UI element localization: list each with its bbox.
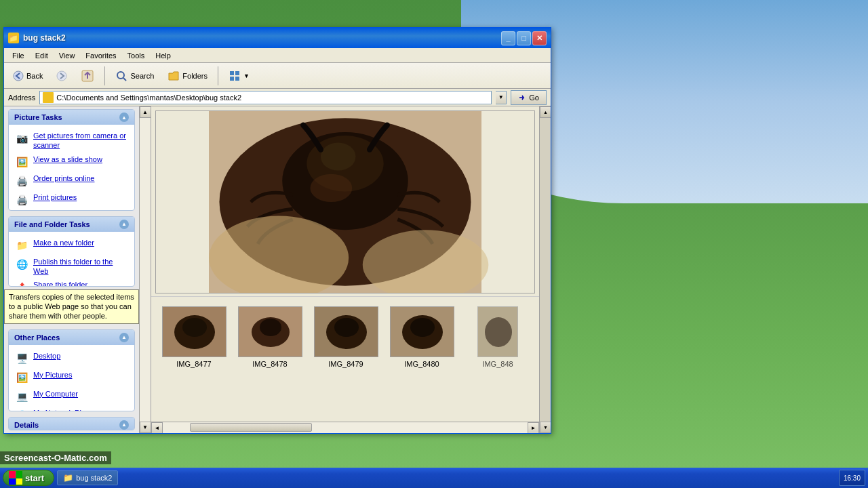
task-order-prints-label: Order prints online <box>33 174 95 183</box>
task-new-folder[interactable]: 📁 Make a new folder <box>12 236 132 255</box>
hscroll-right-arrow[interactable]: ► <box>528 422 539 434</box>
picture-tasks-title: Picture Tasks <box>14 113 62 121</box>
thumbnail-3[interactable]: IMG_8480 <box>384 302 459 422</box>
other-places-title: Other Places <box>14 333 60 342</box>
picture-tasks-section: Picture Tasks ▲ 📷 Get pictures from came… <box>8 109 135 211</box>
task-share-folder[interactable]: 📤 Share this folder <box>12 278 132 286</box>
search-icon <box>115 70 127 82</box>
go-button[interactable]: Go <box>511 90 547 105</box>
svg-rect-6 <box>235 71 239 75</box>
other-places-chevron[interactable]: ▲ <box>119 333 129 342</box>
file-folder-chevron[interactable]: ▲ <box>119 220 129 229</box>
up-button[interactable] <box>75 67 100 85</box>
menu-view[interactable]: View <box>54 50 81 61</box>
file-folder-header[interactable]: File and Folder Tasks ▲ <box>9 217 134 232</box>
taskbar-window-item[interactable]: 📁 bug stack2 <box>57 470 118 485</box>
print-icon: 🖨️ <box>14 192 29 207</box>
back-button[interactable]: Back <box>7 68 49 83</box>
share-folder-icon: 📤 <box>14 280 29 286</box>
network-icon: 🌐 <box>14 408 29 411</box>
maximize-button[interactable]: □ <box>517 31 531 45</box>
forward-button[interactable] <box>50 68 73 83</box>
go-arrow-icon <box>518 94 526 102</box>
other-places-header[interactable]: Other Places ▲ <box>9 330 134 345</box>
preview-area: IMG_8477 IMG_8478 <box>151 106 539 433</box>
address-dropdown-button[interactable]: ▼ <box>496 91 507 104</box>
place-network-label: My Network Places <box>33 408 97 411</box>
back-icon <box>13 70 24 81</box>
folders-icon <box>167 70 180 82</box>
vscroll-track[interactable] <box>540 118 551 422</box>
hscroll-thumb[interactable] <box>190 423 312 432</box>
menu-edit[interactable]: Edit <box>30 50 54 61</box>
hscroll-track[interactable] <box>163 422 528 434</box>
task-get-pictures[interactable]: 📷 Get pictures from camera or scanner <box>12 129 132 152</box>
thumb-img-3 <box>390 306 454 357</box>
thumb-label-2: IMG_8479 <box>328 360 363 368</box>
hscroll-left-arrow[interactable]: ◄ <box>151 422 163 434</box>
minimize-button[interactable]: _ <box>501 31 515 45</box>
place-my-pictures[interactable]: 🖼️ My Pictures <box>12 368 132 387</box>
bottom-scrollbar: ◄ ► <box>151 422 539 433</box>
scroll-up-arrow[interactable]: ▲ <box>140 106 151 118</box>
watermark: Screencast-O-Matic.com <box>0 451 111 464</box>
toolbar-separator-2 <box>218 66 218 85</box>
svg-point-28 <box>410 318 435 337</box>
details-chevron[interactable]: ▲ <box>119 420 129 430</box>
toolbar: Back Search Folders <box>4 63 551 89</box>
task-publish-web[interactable]: 🌐 Publish this folder to the Web <box>12 255 132 279</box>
search-button[interactable]: Search <box>109 68 160 84</box>
right-scrollbar: ▲ ▼ <box>539 106 551 433</box>
vscroll-up-arrow[interactable]: ▲ <box>540 106 551 118</box>
thumbnail-0[interactable]: IMG_8477 <box>157 302 231 422</box>
svg-point-25 <box>334 318 359 337</box>
picture-tasks-header[interactable]: Picture Tasks ▲ <box>9 110 134 125</box>
task-share-label: Share this folder <box>33 280 87 286</box>
place-my-pictures-label: My Pictures <box>33 370 72 380</box>
svg-point-13 <box>321 142 356 170</box>
thumb-img-1 <box>238 306 302 357</box>
task-order-prints[interactable]: 🖨️ Order prints online <box>12 171 132 190</box>
scroll-down-arrow[interactable]: ▼ <box>140 422 151 433</box>
titlebar: 📁 bug stack2 _ □ ✕ <box>4 28 551 48</box>
window-title: bug stack2 <box>23 33 501 43</box>
place-my-computer[interactable]: 💻 My Computer <box>12 387 132 406</box>
svg-point-19 <box>182 318 207 337</box>
menu-tools[interactable]: Tools <box>122 50 151 61</box>
thumbnail-2[interactable]: IMG_8479 <box>309 302 383 422</box>
details-header[interactable]: Details ▲ <box>9 418 134 430</box>
menu-help[interactable]: Help <box>150 50 176 61</box>
svg-rect-7 <box>230 77 234 81</box>
thumbnail-1[interactable]: IMG_8478 <box>233 302 307 422</box>
bug-svg <box>156 111 534 293</box>
picture-tasks-content: 📷 Get pictures from camera or scanner 🖼️… <box>9 125 134 211</box>
new-folder-icon: 📁 <box>14 238 29 253</box>
place-desktop[interactable]: 🖥️ Desktop <box>12 349 132 368</box>
details-section: Details ▲ <box>8 417 135 430</box>
svg-point-14 <box>310 174 352 202</box>
left-scrollbar: ▲ ▼ <box>140 106 151 433</box>
vscroll-down-arrow[interactable]: ▼ <box>540 422 551 433</box>
address-input[interactable]: C:\Documents and Settings\mantas\Desktop… <box>39 91 492 104</box>
other-places-section: Other Places ▲ 🖥️ Desktop 🖼️ My Pictures… <box>8 329 135 411</box>
tray-time: 16:30 <box>844 474 861 482</box>
menu-file[interactable]: File <box>7 50 30 61</box>
svg-point-22 <box>260 319 281 336</box>
task-slideshow[interactable]: 🖼️ View as a slide show <box>12 152 132 171</box>
thumbnails-area: IMG_8477 IMG_8478 <box>151 296 539 422</box>
thumb-label-1: IMG_8478 <box>252 360 287 368</box>
folders-button[interactable]: Folders <box>161 68 214 84</box>
tooltip-publish: Transfers copies of the selected items t… <box>4 289 139 324</box>
thumbnail-4[interactable]: IMG_848 <box>460 302 535 422</box>
views-button[interactable]: ▼ <box>222 68 256 84</box>
thumb-label-0: IMG_8477 <box>176 360 211 368</box>
task-new-folder-label: Make a new folder <box>33 238 94 247</box>
close-button[interactable]: ✕ <box>532 31 547 45</box>
task-copy-to-cd[interactable]: 💿 Copy all items to CD <box>12 209 132 211</box>
task-print[interactable]: 🖨️ Print pictures <box>12 190 132 209</box>
picture-tasks-chevron[interactable]: ▲ <box>119 113 129 122</box>
start-button[interactable]: start <box>3 470 54 486</box>
place-network[interactable]: 🌐 My Network Places <box>12 406 132 411</box>
menu-favorites[interactable]: Favorites <box>80 50 121 61</box>
taskbar-items: 📁 bug stack2 <box>54 470 839 485</box>
